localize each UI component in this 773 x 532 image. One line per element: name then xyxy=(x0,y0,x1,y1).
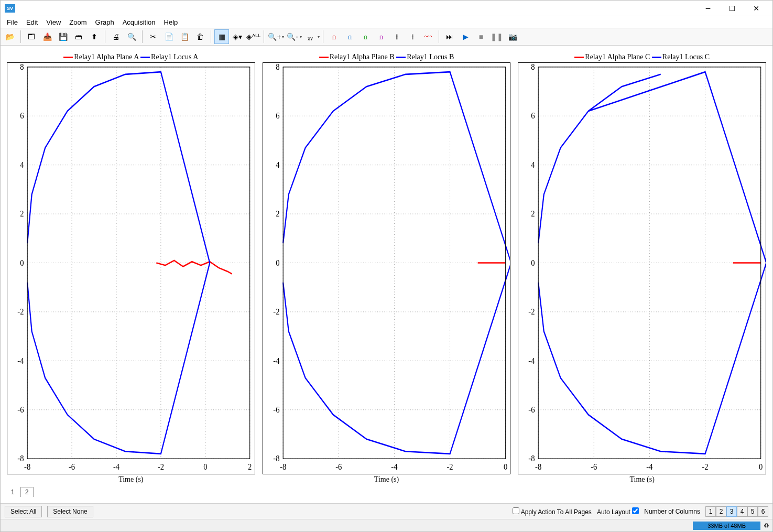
col-button-1[interactable]: 1 xyxy=(705,506,716,517)
svg-text:-4: -4 xyxy=(529,356,535,365)
export-icon[interactable]: ⬆ xyxy=(87,29,102,44)
signal-c-icon[interactable]: ⩍ xyxy=(358,29,373,44)
chart-3[interactable]: Relay1 Alpha Plane C Relay1 Locus C-8-6-… xyxy=(518,52,766,484)
cut-icon[interactable]: ✂ xyxy=(146,29,160,44)
menu-graph[interactable]: Graph xyxy=(92,17,117,27)
page-tabs: 1 2 xyxy=(7,484,766,497)
svg-text:0: 0 xyxy=(20,258,24,267)
svg-text:-2: -2 xyxy=(529,307,535,316)
recycle-icon[interactable]: ♻ xyxy=(764,522,769,529)
paste-icon[interactable]: 📋 xyxy=(177,29,192,44)
stop-icon[interactable]: ■ xyxy=(474,29,488,44)
select-all-button[interactable]: Select All xyxy=(5,506,42,517)
svg-text:2: 2 xyxy=(276,209,279,218)
snapshot-icon[interactable]: 📷 xyxy=(505,29,520,44)
svg-text:4: 4 xyxy=(531,160,535,169)
delete-icon[interactable]: 🗑 xyxy=(193,29,208,44)
svg-text:-4: -4 xyxy=(273,356,279,365)
tab-1[interactable]: 1 xyxy=(7,487,19,497)
save-all-icon[interactable]: 🗃 xyxy=(71,29,86,44)
print-preview-icon[interactable]: 🔍 xyxy=(124,29,139,44)
svg-text:0: 0 xyxy=(276,258,279,267)
zoom-out-icon[interactable]: 🔍- xyxy=(285,29,300,44)
save-icon[interactable]: 💾 xyxy=(56,29,70,44)
menu-edit[interactable]: Edit xyxy=(23,17,41,27)
marker-icon[interactable]: ◈▾ xyxy=(230,29,245,44)
svg-text:-2: -2 xyxy=(702,462,709,471)
chart-legend: Relay1 Alpha Plane C Relay1 Locus C xyxy=(518,52,766,62)
footer-bar: Select All Select None Apply Action To A… xyxy=(1,503,772,519)
signal-b-icon[interactable]: ⩍ xyxy=(342,29,357,44)
apply-all-checkbox[interactable]: Apply Action To All Pages xyxy=(513,507,592,516)
menu-zoom[interactable]: Zoom xyxy=(66,17,90,27)
svg-text:8: 8 xyxy=(276,63,279,71)
select-none-button[interactable]: Select None xyxy=(47,506,93,517)
tab-2[interactable]: 2 xyxy=(20,487,34,497)
step-icon[interactable]: ⏭ xyxy=(442,29,457,44)
open-icon[interactable]: 📂 xyxy=(3,29,17,44)
chart-plot-area[interactable]: -8-6-4-20-8-6-4-202468 xyxy=(518,62,766,474)
import-icon[interactable]: 📥 xyxy=(40,29,55,44)
svg-text:-6: -6 xyxy=(591,462,597,471)
svg-text:-2: -2 xyxy=(17,307,24,316)
menu-help[interactable]: Help xyxy=(161,17,181,27)
svg-text:0: 0 xyxy=(203,462,207,471)
svg-text:0: 0 xyxy=(504,462,507,471)
maximize-button[interactable]: ☐ xyxy=(720,1,744,16)
menu-acquisition[interactable]: Acquisition xyxy=(119,17,159,27)
col-button-4[interactable]: 4 xyxy=(737,506,747,517)
svg-text:8: 8 xyxy=(531,63,535,71)
close-button[interactable]: ✕ xyxy=(744,1,768,16)
cursor-h-icon[interactable]: ⫲ xyxy=(405,29,420,44)
col-button-6[interactable]: 6 xyxy=(758,506,768,517)
chart-xlabel: Time (s) xyxy=(518,474,766,484)
col-button-2[interactable]: 2 xyxy=(716,506,726,517)
svg-text:2: 2 xyxy=(248,462,252,471)
svg-text:-6: -6 xyxy=(273,405,279,414)
zoom-xy-icon[interactable]: ᵪᵧ xyxy=(303,29,318,44)
chart-2[interactable]: Relay1 Alpha Plane B Relay1 Locus B-8-6-… xyxy=(263,52,511,484)
signal-a-icon[interactable]: ⩍ xyxy=(326,29,341,44)
chart-xlabel: Time (s) xyxy=(7,474,255,484)
svg-text:-4: -4 xyxy=(113,462,119,471)
toolbar: 📂 🗔 📥 💾 🗃 ⬆ 🖨 🔍 ✂ 📄 📋 🗑 ▦ ◈▾ ◈ᴬᴸᴸ 🔍+▾ 🔍-… xyxy=(1,28,772,46)
auto-layout-checkbox[interactable]: Auto Layout xyxy=(597,507,639,516)
chart-plot-area[interactable]: -8-6-4-202-8-6-4-202468 xyxy=(7,62,255,474)
chart-grid: Relay1 Alpha Plane A Relay1 Locus A-8-6-… xyxy=(7,52,766,484)
menu-view[interactable]: View xyxy=(43,17,64,27)
svg-text:-8: -8 xyxy=(280,462,286,471)
auto-layout-label: Auto Layout xyxy=(597,508,630,516)
col-button-5[interactable]: 5 xyxy=(747,506,758,517)
svg-text:-4: -4 xyxy=(391,462,397,471)
apply-all-label: Apply Action To All Pages xyxy=(521,508,592,516)
pause-icon[interactable]: ❚❚ xyxy=(489,29,504,44)
svg-text:-2: -2 xyxy=(447,462,453,471)
menu-file[interactable]: File xyxy=(4,17,21,27)
app-icon: SV xyxy=(5,4,15,13)
svg-text:-8: -8 xyxy=(529,453,535,463)
titlebar: SV ─ ☐ ✕ xyxy=(1,1,772,16)
chart-plot-area[interactable]: -8-6-4-20-8-6-4-202468 xyxy=(263,62,511,474)
svg-text:-2: -2 xyxy=(158,462,164,471)
chart-legend: Relay1 Alpha Plane A Relay1 Locus A xyxy=(7,52,255,62)
cursor-free-icon[interactable]: 〰 xyxy=(421,29,436,44)
minimize-button[interactable]: ─ xyxy=(696,1,720,16)
zoom-in-icon[interactable]: 🔍+ xyxy=(267,29,282,44)
cursor-v-icon[interactable]: ⫲ xyxy=(389,29,404,44)
svg-text:-2: -2 xyxy=(273,307,279,316)
marker-all-icon[interactable]: ◈ᴬᴸᴸ xyxy=(246,29,260,44)
svg-text:-6: -6 xyxy=(529,405,535,414)
statusbar: 33MB of 48MB ♻ xyxy=(1,519,772,531)
copy-icon[interactable]: 📄 xyxy=(161,29,176,44)
chart-1[interactable]: Relay1 Alpha Plane A Relay1 Locus A-8-6-… xyxy=(7,52,255,484)
svg-text:2: 2 xyxy=(531,209,535,218)
svg-text:0: 0 xyxy=(759,462,763,471)
new-window-icon[interactable]: 🗔 xyxy=(24,29,39,44)
grid-icon[interactable]: ▦ xyxy=(214,29,229,44)
svg-text:6: 6 xyxy=(276,111,279,120)
svg-text:6: 6 xyxy=(531,111,535,120)
print-icon[interactable]: 🖨 xyxy=(108,29,123,44)
play-icon[interactable]: ▶ xyxy=(458,29,473,44)
col-button-3[interactable]: 3 xyxy=(726,506,737,517)
signal-d-icon[interactable]: ⩍ xyxy=(374,29,388,44)
